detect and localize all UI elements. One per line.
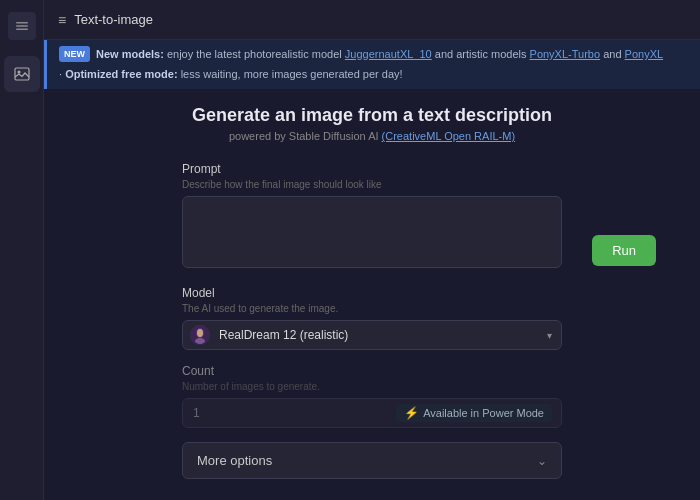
count-select[interactable]: 1 2 4 bbox=[182, 398, 562, 428]
count-label: Count bbox=[182, 364, 562, 378]
main-content: ≡ Text-to-image new New models: enjoy th… bbox=[44, 0, 700, 500]
model-hint: The AI used to generate the image. bbox=[182, 303, 562, 314]
subtitle-text: powered by Stable Diffusion AI bbox=[229, 130, 382, 142]
page-subtitle: powered by Stable Diffusion AI (Creative… bbox=[64, 130, 680, 142]
prompt-label: Prompt bbox=[182, 162, 562, 176]
prompt-field-group: Prompt Describe how the final image shou… bbox=[182, 162, 562, 272]
svg-point-9 bbox=[195, 338, 205, 344]
ponyxl-link[interactable]: PonyXL bbox=[625, 48, 664, 60]
count-wrapper: 1 2 4 ⚡ Available in Power Mode bbox=[182, 398, 562, 428]
banner-line2: · Optimized free mode: less waiting, mor… bbox=[59, 68, 403, 80]
banner-text2: and artistic models bbox=[435, 48, 530, 60]
model-label: Model bbox=[182, 286, 562, 300]
ponyxl-turbo-link[interactable]: PonyXL-Turbo bbox=[530, 48, 601, 60]
run-button[interactable]: Run bbox=[592, 235, 656, 266]
prompt-input[interactable] bbox=[182, 196, 562, 268]
more-options-label: More options bbox=[197, 453, 272, 468]
announcement-banner: new New models: enjoy the latest photore… bbox=[44, 40, 700, 89]
svg-rect-2 bbox=[16, 29, 28, 31]
chevron-down-icon: ⌄ bbox=[537, 454, 547, 468]
app-title: Text-to-image bbox=[74, 12, 153, 27]
run-button-wrapper: Run bbox=[592, 235, 656, 266]
page-title: Generate an image from a text descriptio… bbox=[64, 105, 680, 126]
prompt-hint: Describe how the final image should look… bbox=[182, 179, 562, 190]
new-badge: new bbox=[59, 46, 90, 62]
more-options-section: More options ⌄ bbox=[182, 442, 562, 479]
sidebar bbox=[0, 0, 44, 500]
sidebar-logo bbox=[8, 12, 36, 40]
page-header: Generate an image from a text descriptio… bbox=[64, 105, 680, 142]
svg-point-4 bbox=[17, 71, 20, 74]
banner-optimized-bold: Optimized free mode: bbox=[65, 68, 177, 80]
banner-line1: New models: enjoy the latest photorealis… bbox=[96, 46, 663, 64]
model-select-wrapper: RealDream 12 (realistic) JuggernautXL_10… bbox=[182, 320, 562, 350]
banner-new-models-bold: New models: bbox=[96, 48, 164, 60]
model-avatar bbox=[190, 325, 210, 345]
form-section: Prompt Describe how the final image shou… bbox=[182, 162, 562, 479]
menu-icon[interactable]: ≡ bbox=[58, 12, 66, 28]
creativeml-link[interactable]: (CreativeML Open RAIL-M) bbox=[382, 130, 515, 142]
model-select[interactable]: RealDream 12 (realistic) JuggernautXL_10… bbox=[182, 320, 562, 350]
count-field-group: Count Number of images to generate. 1 2 … bbox=[182, 364, 562, 428]
sidebar-item-image[interactable] bbox=[4, 56, 40, 92]
banner-text3: and bbox=[603, 48, 624, 60]
app-header: ≡ Text-to-image bbox=[44, 0, 700, 40]
content-inner: Generate an image from a text descriptio… bbox=[64, 105, 680, 479]
svg-rect-3 bbox=[15, 68, 29, 80]
svg-rect-1 bbox=[16, 25, 28, 27]
content-area: Generate an image from a text descriptio… bbox=[44, 89, 700, 500]
model-avatar-inner bbox=[190, 325, 210, 345]
svg-rect-0 bbox=[16, 22, 28, 24]
banner-optimized-text: less waiting, more images generated per … bbox=[181, 68, 403, 80]
count-hint: Number of images to generate. bbox=[182, 381, 562, 392]
more-options-toggle[interactable]: More options ⌄ bbox=[182, 442, 562, 479]
model-field-group: Model The AI used to generate the image. bbox=[182, 286, 562, 350]
svg-point-8 bbox=[197, 329, 203, 337]
banner-text1: enjoy the latest photorealistic model bbox=[167, 48, 345, 60]
juggernaut-link[interactable]: JuggernautXL_10 bbox=[345, 48, 432, 60]
